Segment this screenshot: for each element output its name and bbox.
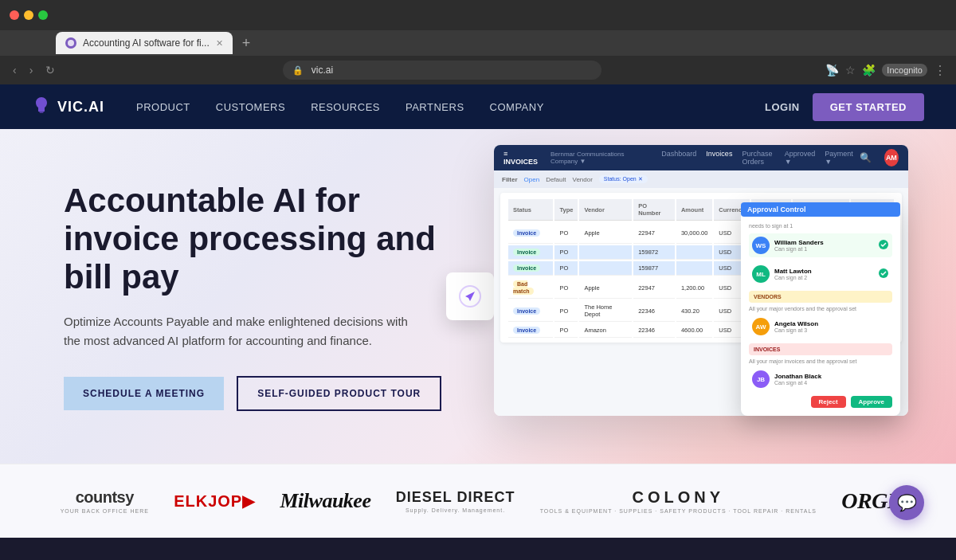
approval-subtitle: needs to sign at 1 xyxy=(749,223,892,229)
user-info-william: William Sanders Can sign at 1 xyxy=(774,239,824,252)
dash-filter-bar: Filter Open Default Vendor Status: Open … xyxy=(494,170,908,188)
nav-partners[interactable]: PARTNERS xyxy=(406,101,464,113)
back-button[interactable]: ‹ xyxy=(10,62,20,78)
dash-filter-open[interactable]: Open xyxy=(524,176,540,183)
dash-nav-payment[interactable]: Payment ▼ xyxy=(825,150,853,166)
dash-header: ≡ INVOICES Bernmar Communications Compan… xyxy=(494,145,908,170)
tab-close-button[interactable]: ✕ xyxy=(216,38,223,49)
dash-status-chip[interactable]: Status: Open ✕ xyxy=(599,175,648,183)
bookmark-icon[interactable]: ☆ xyxy=(845,64,856,76)
new-tab-button[interactable]: + xyxy=(237,35,256,52)
nav-links: PRODUCT CUSTOMERS RESOURCES PARTNERS COM… xyxy=(136,101,765,113)
col-vendor: Vendor xyxy=(579,199,632,221)
approval-user-1: WS William Sanders Can sign at 1 xyxy=(749,233,892,257)
avatar-jonathan: JB xyxy=(752,370,770,388)
approval-card: Approval Control needs to sign at 1 WS W… xyxy=(741,202,900,416)
avatar-william: WS xyxy=(752,237,770,254)
approval-user-2: ML Matt Lawton Can sign at 2 xyxy=(749,262,892,286)
invoices-section: INVOICES xyxy=(749,343,892,355)
address-bar: ‹ › ↻ 🔒 vic.ai 📡 ☆ 🧩 Incognito ⋮ xyxy=(0,56,956,84)
tab-favicon xyxy=(65,37,76,49)
logo-text: VIC.AI xyxy=(57,99,104,116)
approval-actions: Reject Approve xyxy=(749,396,892,408)
status-badge: Invoice xyxy=(513,249,540,256)
close-traffic-light[interactable] xyxy=(10,10,19,20)
url-field[interactable]: 🔒 vic.ai xyxy=(283,61,601,80)
dash-filter-default[interactable]: Default xyxy=(546,176,566,183)
login-button[interactable]: LOGIN xyxy=(765,101,800,113)
dash-nav-po[interactable]: Purchase Orders xyxy=(742,150,774,166)
user-name-william: William Sanders xyxy=(774,239,824,246)
chat-bubble[interactable]: 💬 xyxy=(889,485,924,520)
tab-bar: Accounting AI software for fi... ✕ + xyxy=(0,30,956,56)
status-badge: Bad match xyxy=(513,280,534,295)
dash-nav-invoices[interactable]: Invoices xyxy=(706,150,732,166)
tab-title: Accounting AI software for fi... xyxy=(83,37,210,49)
diesel-sub: Supply. Delivery. Management. xyxy=(396,507,515,513)
forward-button[interactable]: › xyxy=(26,62,37,78)
dash-filter-label: Filter xyxy=(502,176,518,183)
approve-button[interactable]: Approve xyxy=(851,396,892,408)
approval-header: Approval Control xyxy=(741,202,900,217)
vendors-description: All your major vendors and the approval … xyxy=(749,306,892,311)
nav-right-actions: LOGIN GET STARTED xyxy=(765,93,924,121)
active-tab[interactable]: Accounting AI software for fi... ✕ xyxy=(56,32,233,54)
dash-nav-approved[interactable]: Approved ▼ xyxy=(785,150,816,166)
logo-milwaukee: Milwaukee xyxy=(280,489,370,513)
user-role-matt: Can sign at 2 xyxy=(774,275,812,280)
extensions-icon[interactable]: 🧩 xyxy=(862,64,876,76)
website-content: VIC.AI PRODUCT CUSTOMERS RESOURCES PARTN… xyxy=(0,84,956,560)
logo-elkjop: ELKJOP▶ xyxy=(174,491,255,511)
dash-nav-dashboard[interactable]: Dashboard xyxy=(661,150,696,166)
check-icon-william xyxy=(878,239,889,252)
nav-product[interactable]: PRODUCT xyxy=(136,101,190,113)
site-logo[interactable]: VIC.AI xyxy=(32,96,104,119)
reject-button[interactable]: Reject xyxy=(811,396,846,408)
traffic-lights xyxy=(10,10,48,20)
refresh-button[interactable]: ↻ xyxy=(42,62,58,78)
nav-customers[interactable]: CUSTOMERS xyxy=(216,101,285,113)
browser-chrome xyxy=(0,0,956,30)
col-type: Type xyxy=(554,199,578,221)
user-role-angela: Can sign at 3 xyxy=(774,327,818,333)
minimize-traffic-light[interactable] xyxy=(24,10,33,20)
hero-right: ≡ INVOICES Bernmar Communications Compan… xyxy=(478,161,892,432)
maximize-traffic-light[interactable] xyxy=(38,10,48,20)
approval-user-3: AW Angela Wilson Can sign at 3 xyxy=(749,315,892,339)
logo-icon xyxy=(32,96,51,119)
security-icon: 🔒 xyxy=(292,65,304,76)
check-icon-matt xyxy=(878,268,889,280)
dash-filter-vendor[interactable]: Vendor xyxy=(573,176,593,183)
avatar-matt: ML xyxy=(752,265,770,283)
cast-icon[interactable]: 📡 xyxy=(825,64,839,76)
nav-company[interactable]: COMPANY xyxy=(490,101,544,113)
logo-countsy: countsy YOUR BACK OFFICE HERE xyxy=(61,488,149,514)
browser-toolbar-right: 📡 ☆ 🧩 Incognito ⋮ xyxy=(825,63,946,78)
status-badge: Invoice xyxy=(513,229,540,237)
svg-point-0 xyxy=(68,40,74,46)
user-info-matt: Matt Lawton Can sign at 2 xyxy=(774,268,812,280)
col-status: Status xyxy=(508,199,553,221)
hero-title: Accountable AI for invoice processing an… xyxy=(64,182,478,297)
countsy-sub: YOUR BACK OFFICE HERE xyxy=(61,508,149,514)
dash-invoices-label: ≡ INVOICES xyxy=(503,150,538,166)
colony-sub: TOOLS & EQUIPMENT · SUPPLIES · SAFETY PR… xyxy=(540,508,817,514)
status-badge: Invoice xyxy=(513,264,540,272)
nav-resources[interactable]: RESOURCES xyxy=(311,101,380,113)
logo-diesel: DIESEL DIRECT Supply. Delivery. Manageme… xyxy=(396,489,515,513)
user-role-jonathan: Can sign at 4 xyxy=(774,380,821,386)
user-info-jonathan: Jonathan Black Can sign at 4 xyxy=(774,373,821,386)
product-tour-button[interactable]: SELF-GUIDED PRODUCT TOUR xyxy=(237,376,441,411)
menu-icon[interactable]: ⋮ xyxy=(934,63,946,78)
user-name-angela: Angela Wilson xyxy=(774,320,818,327)
hero-subtitle: Optimize Accounts Payable and make enlig… xyxy=(64,312,414,350)
invoices-description: All your major invoices and the approval… xyxy=(749,358,892,364)
get-started-button[interactable]: GET STARTED xyxy=(813,93,924,121)
schedule-meeting-button[interactable]: SCHEDULE A MEETING xyxy=(64,377,224,410)
dash-search-icon[interactable]: 🔍 xyxy=(860,152,872,163)
logo-orgi: ORGI xyxy=(841,488,895,514)
address-bar-container: 🔒 vic.ai xyxy=(65,61,819,80)
col-po: PO Number xyxy=(633,199,675,221)
hero-section: Accountable AI for invoice processing an… xyxy=(0,129,956,464)
chat-icon: 💬 xyxy=(897,493,917,512)
